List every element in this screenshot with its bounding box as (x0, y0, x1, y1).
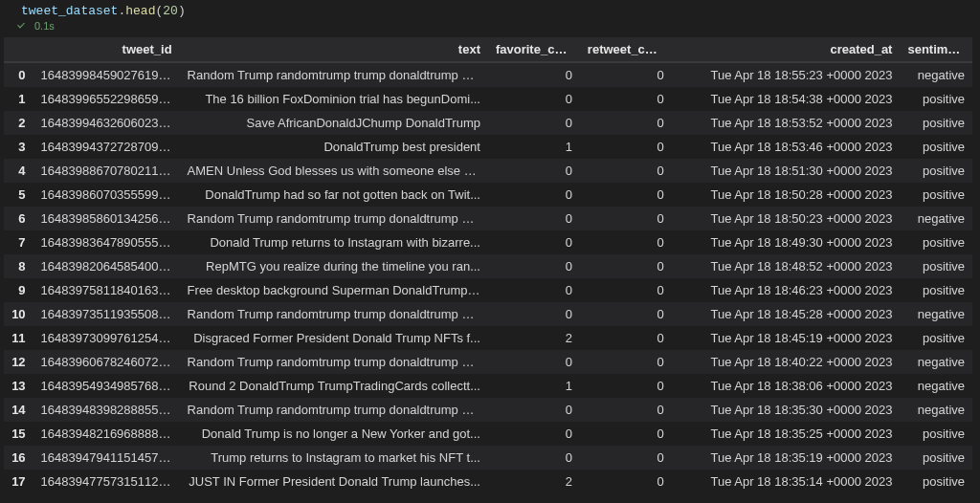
table-row: 91648397581184016390Free desktop backgro… (4, 278, 972, 302)
cell-tweet-id: 1648399845902761986 (33, 62, 180, 87)
cell-sentiment: negative (900, 62, 972, 87)
table-row: 21648399463260602374Save AfricanDonaldJC… (4, 111, 972, 135)
cell-text: Disgraced Former President Donald Trump … (180, 326, 488, 350)
cell-text: AMEN Unless God blesses us with someone … (180, 159, 488, 183)
cell-created-at: Tue Apr 18 18:45:28 +0000 2023 (672, 302, 901, 326)
row-index: 7 (4, 230, 33, 254)
cell-created-at: Tue Apr 18 18:48:52 +0000 2023 (672, 254, 901, 278)
row-index: 4 (4, 159, 33, 183)
cell-created-at: Tue Apr 18 18:51:30 +0000 2023 (672, 159, 901, 183)
cell-tweet-id: 1648394839828885506 (33, 398, 180, 422)
cell-retweet-count: 0 (580, 87, 672, 111)
cell-sentiment: positive (900, 230, 972, 254)
col-header-tweet-id: tweet_id (33, 37, 180, 62)
table-row: 141648394839828885506Random Trump random… (4, 398, 972, 422)
cell-sentiment: negative (900, 207, 972, 230)
row-index: 6 (4, 207, 33, 230)
cell-retweet-count: 0 (580, 254, 672, 278)
cell-favorite-count: 0 (488, 446, 580, 470)
cell-created-at: Tue Apr 18 18:46:23 +0000 2023 (672, 278, 901, 302)
cell-sentiment: positive (900, 326, 972, 350)
cell-favorite-count: 0 (488, 350, 580, 374)
cell-sentiment: positive (900, 159, 972, 183)
cell-sentiment: positive (900, 470, 972, 493)
table-row: 71648398364789055508Donald Trump returns… (4, 230, 972, 254)
row-index: 13 (4, 374, 33, 398)
cell-text: Round 2 DonaldTrump TrumpTradingCards co… (180, 374, 488, 398)
cell-retweet-count: 0 (580, 470, 672, 493)
cell-favorite-count: 0 (488, 302, 580, 326)
cell-tweet-id: 1648397351193550849 (33, 302, 180, 326)
cell-sentiment: positive (900, 422, 972, 446)
cell-text: Donald Trump returns to Instagram with b… (180, 230, 488, 254)
cell-retweet-count: 0 (580, 302, 672, 326)
cell-favorite-count: 0 (488, 254, 580, 278)
cell-text: DonaldTrump had so far not gotten back o… (180, 183, 488, 207)
cell-favorite-count: 0 (488, 398, 580, 422)
code-arg: 20 (163, 4, 178, 18)
table-row: 81648398206458540036RepMTG you realize d… (4, 254, 972, 278)
cell-sentiment: positive (900, 135, 972, 159)
cell-retweet-count: 0 (580, 135, 672, 159)
cell-sentiment: positive (900, 446, 972, 470)
cell-created-at: Tue Apr 18 18:53:52 +0000 2023 (672, 111, 901, 135)
table-row: 11648399655229865984The 16 billion FoxDo… (4, 87, 972, 111)
cell-favorite-count: 0 (488, 183, 580, 207)
dataframe-output: tweet_id text favorite_count retweet_cou… (0, 37, 980, 493)
cell-tweet-id: 1648399655229865984 (33, 87, 180, 111)
cell-favorite-count: 1 (488, 135, 580, 159)
cell-favorite-count: 0 (488, 230, 580, 254)
cell-text: Free desktop background Superman DonaldT… (180, 278, 488, 302)
table-row: 111648397309976125450Disgraced Former Pr… (4, 326, 972, 350)
cell-favorite-count: 0 (488, 207, 580, 230)
execution-status: 0.1s (0, 20, 980, 37)
cell-created-at: Tue Apr 18 18:54:38 +0000 2023 (672, 87, 901, 111)
cell-created-at: Tue Apr 18 18:35:25 +0000 2023 (672, 422, 901, 446)
cell-favorite-count: 0 (488, 159, 580, 183)
cell-text: Donald Trump is no longer a New Yorker a… (180, 422, 488, 446)
cell-sentiment: negative (900, 350, 972, 374)
table-row: 01648399845902761986Random Trump randomt… (4, 62, 972, 87)
row-index: 9 (4, 278, 33, 302)
cell-retweet-count: 0 (580, 398, 672, 422)
col-header-sentiment: sentiment (900, 37, 972, 62)
cell-favorite-count: 0 (488, 62, 580, 87)
cell-created-at: Tue Apr 18 18:38:06 +0000 2023 (672, 374, 901, 398)
cell-tweet-id: 1648396067824607241 (33, 350, 180, 374)
cell-tweet-id: 1648398364789055508 (33, 230, 180, 254)
cell-retweet-count: 0 (580, 350, 672, 374)
cell-text: The 16 billion FoxDominion trial has beg… (180, 87, 488, 111)
col-header-created-at: created_at (672, 37, 901, 62)
cell-text: DonaldTrump best president (180, 135, 488, 159)
cell-tweet-id: 1648397581184016390 (33, 278, 180, 302)
cell-text: Random Trump randomtrump trump donaldtru… (180, 62, 488, 87)
table-row: 101648397351193550849Random Trump random… (4, 302, 972, 326)
cell-tweet-id: 1648395493498576896 (33, 374, 180, 398)
cell-favorite-count: 0 (488, 278, 580, 302)
table-row: 131648395493498576896Round 2 DonaldTrump… (4, 374, 972, 398)
cell-text: Save AfricanDonaldJChump DonaldTrump (180, 111, 488, 135)
row-index: 2 (4, 111, 33, 135)
row-index: 11 (4, 326, 33, 350)
table-row: 51648398607035559937DonaldTrump had so f… (4, 183, 972, 207)
cell-retweet-count: 0 (580, 62, 672, 87)
cell-tweet-id: 1648398586013425678 (33, 207, 180, 230)
cell-text: RepMTG you realize during the timeline y… (180, 254, 488, 278)
cell-retweet-count: 0 (580, 422, 672, 446)
col-header-retweet-count: retweet_count (580, 37, 672, 62)
cell-retweet-count: 0 (580, 278, 672, 302)
row-index: 3 (4, 135, 33, 159)
row-index: 5 (4, 183, 33, 207)
col-header-favorite-count: favorite_count (488, 37, 580, 62)
cell-tweet-id: 1648398607035559937 (33, 183, 180, 207)
cell-favorite-count: 0 (488, 87, 580, 111)
cell-text: Random Trump randomtrump trump donaldtru… (180, 398, 488, 422)
code-cell-input[interactable]: tweet_dataset.head(20) (0, 0, 980, 20)
table-row: 121648396067824607241Random Trump random… (4, 350, 972, 374)
table-row: 41648398867078021120AMEN Unless God bles… (4, 159, 972, 183)
row-index: 8 (4, 254, 33, 278)
cell-sentiment: positive (900, 254, 972, 278)
cell-tweet-id: 1648397309976125450 (33, 326, 180, 350)
cell-tweet-id: 1648399463260602374 (33, 111, 180, 135)
cell-sentiment: negative (900, 302, 972, 326)
